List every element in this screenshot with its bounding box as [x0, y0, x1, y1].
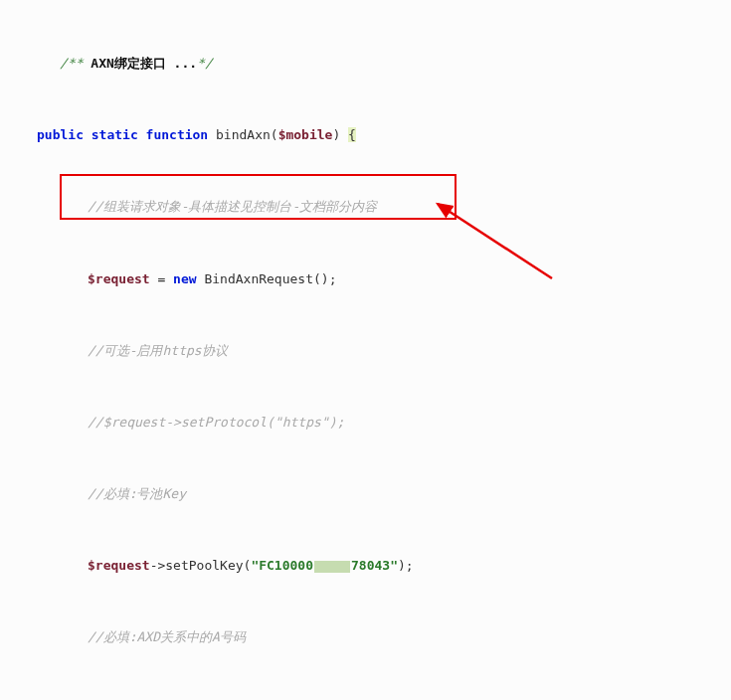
code-line: //必填:AXD关系中的A号码: [10, 625, 731, 649]
code-line: //$request->setProtocol("https");: [10, 411, 731, 435]
comment: //可选-启用https协议: [88, 343, 228, 358]
comment: /** AXN绑定接口 ...*/: [60, 56, 213, 71]
comment: //必填:号池Key: [88, 486, 186, 501]
code-line: $request = new BindAxnRequest();: [10, 267, 731, 291]
code-line: //必填:号池Key: [10, 482, 731, 506]
redacted-text: [314, 561, 350, 573]
comment: //必填:AXD关系中的A号码: [88, 629, 246, 644]
code-line-highlighted: $request->setPoolKey("FC1000078043");: [10, 554, 731, 578]
code-line: //组装请求对象-具体描述见控制台-文档部分内容: [10, 195, 731, 219]
comment: //组装请求对象-具体描述见控制台-文档部分内容: [88, 199, 377, 214]
open-brace: {: [348, 127, 356, 142]
comment: //$request->setProtocol("https");: [88, 415, 344, 430]
code-line: //可选-启用https协议: [10, 339, 731, 363]
code-editor: /** AXN绑定接口 ...*/ public static function…: [0, 0, 731, 700]
keyword: public static function: [37, 127, 208, 142]
code-line: /** AXN绑定接口 ...*/: [10, 52, 731, 76]
code-line: public static function bindAxn($mobile) …: [10, 123, 731, 147]
